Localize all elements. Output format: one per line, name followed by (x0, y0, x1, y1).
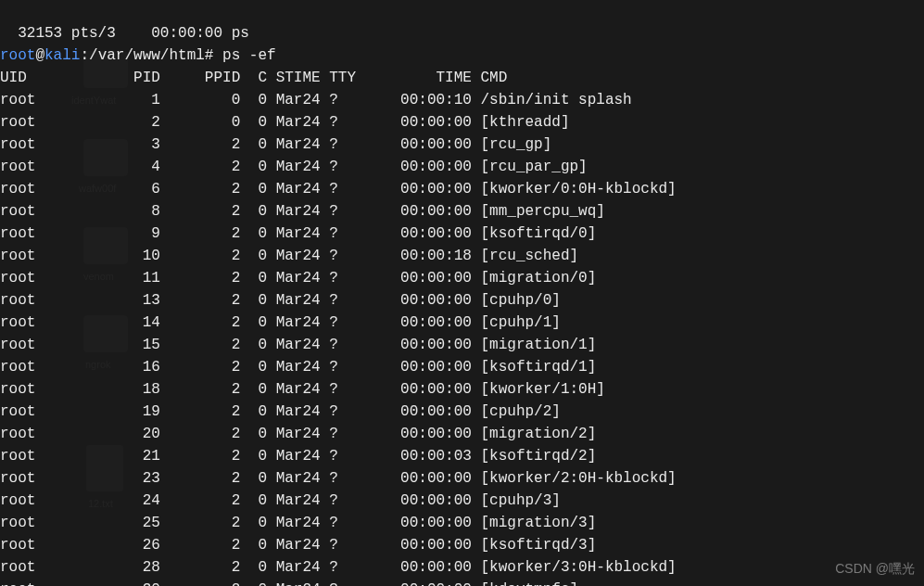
terminal-output[interactable]: 32153 pts/3 00:00:00 ps root@kali:/var/w… (0, 0, 924, 586)
prompt-hash: # (205, 47, 222, 64)
desktop-label: venom (83, 269, 114, 285)
prompt-user: root (0, 47, 35, 64)
typed-command: ps -ef (222, 47, 276, 64)
desktop-folder-icon (83, 227, 128, 264)
desktop-label: 12.txt (88, 496, 113, 512)
prompt-host: kali (44, 47, 80, 64)
prompt-at: @ (35, 47, 44, 64)
watermark-text: CSDN @嘿光 (835, 559, 915, 579)
desktop-file-icon (86, 445, 123, 491)
desktop-folder-icon (83, 139, 128, 176)
desktop-folder-icon (83, 315, 128, 352)
desktop-label: wafw00f (79, 181, 116, 197)
desktop-label: ngrok (85, 357, 111, 373)
desktop-label: identYwat (71, 93, 116, 108)
desktop-folder-icon (83, 51, 128, 88)
prev-output-line: 32153 pts/3 00:00:00 ps (0, 25, 249, 42)
